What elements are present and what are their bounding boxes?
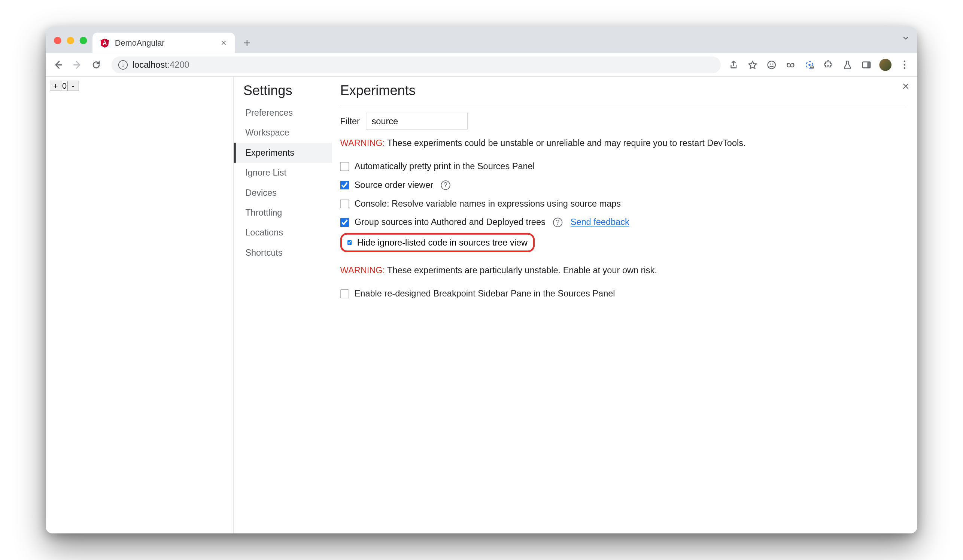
profile-avatar[interactable] [879,59,892,71]
help-icon[interactable]: ? [553,217,563,227]
experiment-row: Group sources into Authored and Deployed… [340,213,905,232]
sidebar-item-shortcuts[interactable]: Shortcuts [233,243,332,262]
reload-button[interactable] [88,56,104,73]
svg-point-8 [808,64,811,66]
browser-menu-button[interactable] [898,61,911,69]
experiment-label: Hide ignore-listed code in sources tree … [357,237,528,248]
sidebar-item-experiments[interactable]: Experiments [233,142,332,162]
sidebar-item-workspace[interactable]: Workspace [233,123,332,142]
svg-point-4 [772,63,773,65]
window-controls [51,37,92,44]
experiment-checkbox[interactable] [347,240,352,245]
share-icon[interactable] [728,59,740,71]
window-close-button[interactable] [54,37,62,44]
svg-point-2 [768,61,775,68]
address-bar[interactable]: i localhost:4200 [112,56,721,73]
devtools-settings-panel: Settings PreferencesWorkspaceExperiments… [233,77,917,533]
experiment-label: Console: Resolve variable names in expre… [355,198,621,209]
svg-rect-11 [867,62,870,68]
counter-decrement-button[interactable]: - [67,81,79,91]
counter-widget: + 0 - [50,81,79,91]
sidebar-item-devices[interactable]: Devices [233,183,332,202]
send-feedback-link[interactable]: Send feedback [571,217,629,228]
page-content: + 0 - [46,77,233,533]
experiment-label: Group sources into Authored and Deployed… [355,217,546,228]
settings-main: Experiments Filter WARNING: These experi… [332,77,917,533]
warning2-prefix: WARNING: [340,265,385,275]
experiment-label: Enable re-designed Breakpoint Sidebar Pa… [355,289,615,299]
window-minimize-button[interactable] [66,37,74,44]
bookmark-star-icon[interactable] [747,59,759,71]
extension-face-icon[interactable] [765,59,778,71]
browser-tab[interactable]: DemoAngular [92,32,235,53]
settings-sidebar: Settings PreferencesWorkspaceExperiments… [233,77,332,533]
sidebar-item-ignore-list[interactable]: Ignore List [233,163,332,183]
warning-unstable: WARNING: These experiments could be unst… [340,138,905,148]
experiment-checkbox[interactable] [340,218,349,227]
experiment-row: Source order viewer? [340,176,905,194]
experiment-row: Automatically pretty print in the Source… [340,157,905,176]
angular-icon [100,38,109,47]
experiments-heading: Experiments [340,83,905,105]
warning2-text: These experiments are particularly unsta… [385,265,657,275]
help-icon[interactable]: ? [441,180,450,189]
tab-title: DemoAngular [115,38,214,47]
sidebar-item-locations[interactable]: Locations [233,223,332,243]
counter-increment-button[interactable]: + [50,81,62,91]
counter-value: 0 [62,81,67,91]
sidebar-item-throttling[interactable]: Throttling [233,203,332,223]
sidebar-item-preferences[interactable]: Preferences [233,103,332,123]
filter-row: Filter [340,113,905,129]
browser-toolbar: i localhost:4200 [46,53,917,77]
experiment-checkbox[interactable] [340,199,349,208]
side-panel-icon[interactable] [861,59,873,71]
url-port: :4200 [167,60,190,70]
content-row: + 0 - Settings PreferencesWorkspaceExper… [46,77,917,533]
warning-prefix: WARNING: [340,138,385,148]
svg-point-3 [770,63,771,65]
experiment-checkbox[interactable] [340,180,349,189]
experiment-label: Automatically pretty print in the Source… [355,161,535,172]
experiment-row: Console: Resolve variable names in expre… [340,194,905,213]
warning-very-unstable: WARNING: These experiments are particula… [340,265,905,275]
tabs-dropdown-button[interactable] [901,34,910,45]
back-button[interactable] [50,56,66,73]
extension-glasses-icon[interactable] [785,59,797,71]
new-tab-button[interactable] [240,36,255,50]
extensions-puzzle-icon[interactable] [822,59,835,71]
tab-close-button[interactable] [219,39,229,47]
url-text: localhost:4200 [133,60,190,70]
tab-strip: DemoAngular [46,27,917,53]
extension-target-icon[interactable] [804,59,816,71]
site-info-icon[interactable]: i [118,60,128,69]
settings-close-button[interactable] [900,80,912,92]
warning-text: These experiments could be unstable or u… [385,138,746,148]
experiment-label: Source order viewer [355,180,434,190]
toolbar-actions [728,59,913,71]
experiment-row: Hide ignore-listed code in sources tree … [340,233,535,252]
experiment-row: Enable re-designed Breakpoint Sidebar Pa… [340,285,905,303]
experiment-checkbox[interactable] [340,162,349,171]
window-maximize-button[interactable] [80,37,87,44]
filter-label: Filter [340,116,360,126]
filter-input[interactable] [366,113,468,129]
experiment-checkbox[interactable] [340,289,349,298]
forward-button[interactable] [69,56,86,73]
browser-window: DemoAngular i localhost:4200 [46,27,917,533]
settings-heading: Settings [233,83,332,103]
url-host: localhost [133,60,167,70]
labs-flask-icon[interactable] [841,59,854,71]
